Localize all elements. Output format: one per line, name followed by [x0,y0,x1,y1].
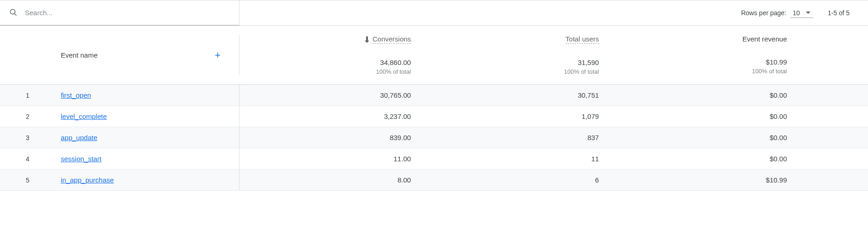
row-event-name-cell: level_complete [55,106,239,127]
rows-per-page: Rows per page: 10 [741,8,813,18]
row-event-name-cell: app_update [55,127,239,148]
row-event-revenue: $10.99 [616,176,804,184]
table-header-row: Event name + Conversions 34,860.00 100% … [0,26,868,85]
row-conversions: 30,765.00 [239,91,427,99]
row-conversions: 3,237.00 [239,112,427,120]
row-conversions: 839.00 [239,134,427,141]
events-table: Event name + Conversions 34,860.00 100% … [0,26,868,191]
total-users: 31,590 [427,59,599,66]
toolbar: Rows per page: 10 1-5 of 5 [0,0,868,26]
table-row: 1first_open30,765.0030,751$0.00 [0,85,868,106]
column-conversions-label: Conversions [373,35,411,44]
row-conversions: 8.00 [239,176,427,184]
column-total-users[interactable]: Total users 31,590 100% of total [427,26,615,84]
row-index: 3 [0,134,55,141]
total-users-sub: 100% of total [427,68,599,75]
row-total-users: 30,751 [427,91,615,99]
pagination-range: 1-5 of 5 [828,9,850,17]
search-area[interactable] [0,0,239,26]
add-dimension-button[interactable]: + [215,49,221,61]
column-conversions[interactable]: Conversions 34,860.00 100% of total [239,26,427,84]
rows-per-page-label: Rows per page: [741,9,786,17]
total-conversions: 34,860.00 [239,59,411,66]
row-total-users: 6 [427,176,615,184]
toolbar-right: Rows per page: 10 1-5 of 5 [239,8,868,18]
svg-point-0 [10,9,15,14]
row-index: 2 [0,113,55,120]
event-link[interactable]: in_app_purchase [61,176,114,184]
table-row: 3app_update839.00837$0.00 [0,127,868,148]
row-event-revenue: $0.00 [616,91,804,99]
column-event-revenue-label: Event revenue [742,35,787,43]
column-event-name: Event name + [55,26,239,84]
search-icon [9,8,17,17]
rows-per-page-value: 10 [793,9,800,17]
table-row: 4session_start11.0011$0.00 [0,148,868,170]
event-link[interactable]: level_complete [61,112,107,120]
row-event-revenue: $0.00 [616,134,804,141]
sort-down-icon [364,36,370,43]
column-event-revenue[interactable]: Event revenue $10.99 100% of total [616,26,804,84]
event-link[interactable]: session_start [61,155,101,163]
row-index: 4 [0,155,55,163]
row-event-name-cell: in_app_purchase [55,170,239,190]
row-total-users: 1,079 [427,112,615,120]
svg-line-1 [14,13,17,16]
row-index: 1 [0,92,55,99]
row-total-users: 11 [427,155,615,163]
total-event-revenue: $10.99 [616,58,787,66]
column-total-users-label: Total users [565,35,599,44]
event-link[interactable]: first_open [61,91,91,99]
row-total-users: 837 [427,134,615,141]
event-link[interactable]: app_update [61,134,97,141]
search-input[interactable] [25,9,239,17]
row-index: 5 [0,176,55,184]
row-event-name-cell: first_open [55,85,239,106]
column-event-name-label: Event name [61,51,98,59]
column-spacer [804,26,868,84]
total-event-revenue-sub: 100% of total [616,68,787,75]
row-event-revenue: $0.00 [616,155,804,163]
table-row: 2level_complete3,237.001,079$0.00 [0,106,868,127]
row-event-name-cell: session_start [55,148,239,169]
chevron-down-icon [806,12,810,14]
rows-per-page-select[interactable]: 10 [790,8,813,18]
column-index-header [0,26,55,84]
row-conversions: 11.00 [239,155,427,163]
total-conversions-sub: 100% of total [239,68,411,75]
row-event-revenue: $0.00 [616,112,804,120]
table-row: 5in_app_purchase8.006$10.99 [0,170,868,191]
